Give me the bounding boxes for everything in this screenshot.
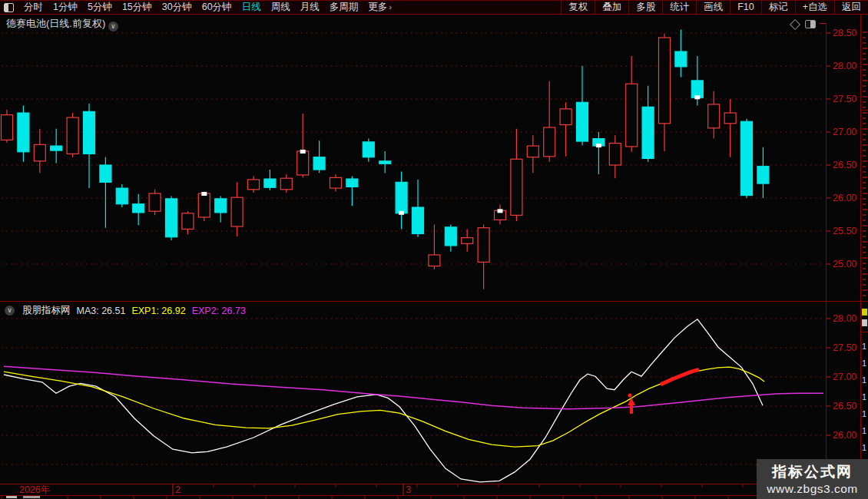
candle-body: [396, 182, 407, 213]
candle-body: [67, 117, 78, 154]
toolbar-period-item-4[interactable]: 30分钟: [162, 1, 192, 14]
toolbar-period-item-3[interactable]: 15分钟: [122, 1, 152, 14]
toolbar-tool-item-4[interactable]: 画线: [696, 1, 730, 14]
candle-body: [198, 193, 210, 217]
candle-body: [544, 127, 555, 157]
candle-body: [527, 146, 538, 157]
signal-dot: [628, 394, 632, 398]
candle-body: [215, 199, 227, 213]
candle-body: [708, 104, 720, 128]
tool-button-bar: 复权叠加多股统计画线F10标记+自选返回: [561, 1, 868, 14]
clipped-digit: 1: [862, 342, 866, 351]
candle-body: [691, 81, 703, 97]
toolbar-period-item-6[interactable]: 日线: [242, 1, 261, 14]
candle-body: [560, 109, 571, 125]
candle-body: [429, 255, 440, 266]
toolbar-tool-item-7[interactable]: +自选: [795, 1, 834, 14]
stock-title: 德赛电池(日线.前复权): [6, 18, 105, 29]
chevron-right-icon: ›: [389, 2, 392, 12]
chevron-down-icon[interactable]: ∨: [108, 21, 118, 31]
candle-body: [100, 165, 111, 182]
candle-body: [280, 178, 292, 190]
price-label: 27.00: [833, 372, 856, 382]
toolbar-period-item-0[interactable]: 分时: [24, 1, 43, 14]
candle-body: [511, 159, 522, 215]
price-label: 27.00: [833, 127, 856, 137]
price-label: 27.50: [833, 94, 856, 104]
window-pane-icon[interactable]: [805, 20, 816, 28]
candle-body: [609, 144, 621, 165]
toolbar-tool-item-3[interactable]: 统计: [662, 1, 696, 14]
candle-mark: [596, 144, 601, 147]
candle-body: [577, 102, 588, 141]
indicator-panel-header: ∨ 股朋指标网 MA3: 26.51 EXP1: 26.92 EXP2: 26.…: [5, 304, 246, 317]
candle-body: [642, 107, 654, 158]
toolbar-tool-item-0[interactable]: 复权: [561, 1, 595, 14]
price-chart-canvas[interactable]: 28.5028.0027.5027.0026.5026.0025.5025.00…: [0, 0, 868, 499]
diamond-icon[interactable]: [790, 18, 800, 29]
toolbar-period-item-2[interactable]: 5分钟: [88, 1, 112, 14]
clipped-digit: 1: [862, 443, 866, 452]
candle-body: [84, 111, 95, 154]
clipped-digit: 1: [862, 409, 866, 418]
price-label: 28.00: [833, 61, 856, 71]
price-label: 28.50: [833, 28, 856, 38]
candle-mark: [498, 209, 503, 213]
candle-body: [659, 38, 671, 124]
toolbar-period-item-7[interactable]: 周线: [271, 1, 290, 14]
exp1-value-label: EXP1: 26.92: [131, 306, 185, 316]
indicator-line-exp1: [4, 367, 764, 447]
candle-body: [412, 207, 424, 233]
price-label: 25.00: [833, 259, 856, 269]
candle-body: [264, 179, 276, 187]
clipped-digit: 1: [862, 375, 866, 385]
clipped-digit: 1: [862, 359, 866, 368]
price-label: 27.50: [833, 342, 856, 353]
toolbar-period-item-5[interactable]: 60分钟: [202, 1, 232, 14]
clipped-glyph-fragment: [862, 319, 867, 326]
toolbar-period-item-1[interactable]: 1分钟: [53, 1, 78, 14]
candle-body: [462, 238, 473, 244]
price-label: 26.50: [833, 401, 856, 411]
candle-body: [675, 51, 687, 67]
candle-body: [133, 204, 144, 213]
price-label: 25.50: [833, 226, 856, 236]
toolbar-tool-item-1[interactable]: 叠加: [595, 1, 628, 14]
split-view-icon[interactable]: [4, 3, 14, 12]
candle-body: [166, 199, 177, 237]
candle-body: [51, 146, 62, 150]
date-label: 2026年: [19, 484, 50, 495]
date-label: 3: [406, 484, 411, 495]
candle-mark: [399, 211, 404, 215]
buy-signal-segment: [662, 370, 697, 384]
chevron-down-icon[interactable]: ∨: [5, 306, 15, 316]
indicator-line-exp2: [4, 366, 823, 409]
toolbar-tool-item-2[interactable]: 多股: [628, 1, 662, 14]
chart-title-bar: 德赛电池(日线.前复权) ∨: [6, 17, 118, 31]
toolbar-tool-item-8[interactable]: 返回: [834, 1, 868, 14]
clipped-digit: 1: [862, 426, 866, 435]
toolbar-period-item-8[interactable]: 月线: [300, 1, 320, 14]
indicator-source-label: 股朋指标网: [22, 304, 71, 317]
candle-body: [34, 144, 45, 161]
price-label: 26.00: [833, 193, 856, 203]
toolbar-tool-item-5[interactable]: F10: [730, 1, 761, 14]
toolbar-period-item-9[interactable]: 多周期: [330, 1, 359, 14]
price-label: 26.00: [833, 430, 856, 441]
clipped-glyph-fragment: [862, 309, 867, 316]
candle-body: [18, 113, 29, 152]
toolbar-period-item-10[interactable]: 更多›: [368, 1, 392, 14]
period-tab-bar: 分时1分钟5分钟15分钟30分钟60分钟日线周线月线多周期更多›: [0, 1, 392, 14]
price-label: 26.50: [833, 160, 856, 170]
candle-body: [313, 157, 325, 170]
toolbar-tool-item-6[interactable]: 标记: [761, 1, 795, 14]
candle-body: [248, 180, 260, 190]
candle-body: [297, 151, 309, 175]
indicator-line-ma3: [4, 319, 763, 482]
candle-mark: [694, 95, 700, 99]
candle-body: [149, 193, 161, 211]
watermark-url: www.zbgs3.com: [757, 482, 868, 496]
candle-body: [231, 197, 243, 226]
candle-mark: [300, 150, 306, 154]
candle-body: [379, 161, 391, 164]
